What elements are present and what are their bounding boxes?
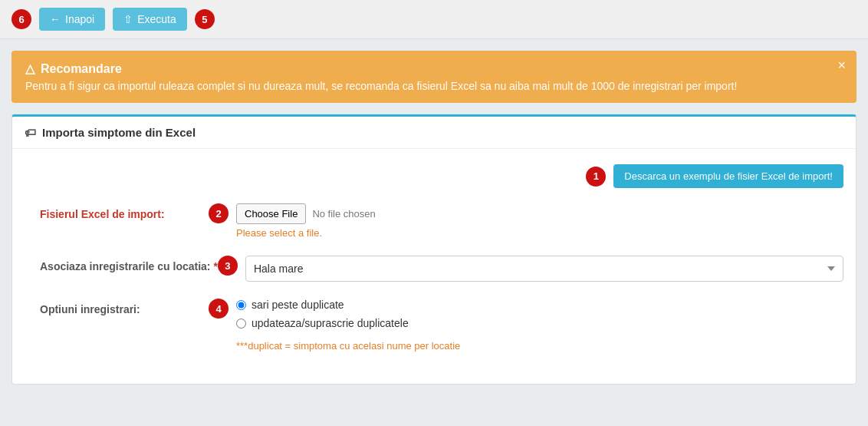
radio-update-input[interactable] [236, 319, 246, 329]
location-label: Asociaza inregistrarile cu locatia: * [40, 256, 218, 272]
tag-icon: 🏷 [25, 126, 36, 139]
choose-file-button[interactable]: Choose File [236, 203, 306, 224]
options-label: Optiuni inregistrari: [40, 299, 209, 315]
badge-download: 1 [586, 167, 606, 187]
radio-update-label: updateaza/suprascrie duplicatele [252, 317, 409, 329]
back-arrow-icon: ← [50, 13, 61, 25]
location-control-area: 3 Hala mare [218, 256, 843, 282]
location-row: Asociaza inregistrarile cu locatia: * 3 … [25, 256, 843, 282]
alert-close-button[interactable]: × [837, 58, 846, 72]
download-row: 1 Descarca un exemplu de fisier Excel de… [25, 164, 843, 188]
badge-back: 6 [12, 9, 31, 29]
panel-header: 🏷 Importa simptome din Excel [12, 117, 856, 149]
radio-skip-label: sari peste duplicate [252, 299, 344, 311]
options-row: Optiuni inregistrari: 4 sari peste dupli… [25, 299, 843, 352]
panel-body: 1 Descarca un exemplu de fisier Excel de… [12, 149, 856, 384]
duplicate-note: ***duplicat = simptoma cu acelasi nume p… [236, 340, 460, 352]
alert-warning: △ Recomandare Pentru a fi sigur ca impor… [12, 51, 856, 103]
radio-group: sari peste duplicate updateaza/suprascri… [236, 299, 460, 352]
please-select-text: Please select a file. [236, 227, 376, 239]
badge-location: 3 [218, 256, 238, 276]
badge-execute: 5 [195, 9, 215, 29]
execute-button[interactable]: ⇧ Executa [113, 8, 187, 31]
radio-update-duplicates[interactable]: updateaza/suprascrie duplicatele [236, 317, 460, 329]
page-content: △ Recomandare Pentru a fi sigur ca impor… [0, 39, 868, 396]
import-panel: 🏷 Importa simptome din Excel 1 Descarca … [12, 114, 856, 385]
upload-icon: ⇧ [123, 13, 133, 25]
options-control-area: 4 sari peste duplicate updateaza/suprasc… [209, 299, 843, 352]
location-select-wrapper: Hala mare [245, 256, 843, 282]
location-select[interactable]: Hala mare [245, 256, 843, 282]
file-input-row: Fisierul Excel de import: 2 Choose File … [25, 203, 843, 239]
file-input-row-inner: Choose File No file chosen [236, 203, 376, 224]
file-input-group: Choose File No file chosen Please select… [236, 203, 376, 239]
badge-file: 2 [209, 203, 229, 223]
alert-title: △ Recomandare [25, 61, 843, 76]
back-button[interactable]: ← Inapoi [39, 8, 105, 31]
warning-icon: △ [25, 61, 35, 76]
alert-message: Pentru a fi sigur ca importul ruleaza co… [25, 80, 843, 92]
badge-options: 4 [209, 299, 229, 319]
no-file-text: No file chosen [312, 208, 375, 220]
download-button[interactable]: Descarca un exemplu de fisier Excel de i… [613, 164, 843, 188]
download-row-inner: 1 Descarca un exemplu de fisier Excel de… [586, 164, 843, 188]
top-bar: 6 ← Inapoi ⇧ Executa 5 [0, 0, 868, 39]
radio-skip-input[interactable] [236, 300, 246, 310]
radio-skip-duplicates[interactable]: sari peste duplicate [236, 299, 460, 311]
file-label: Fisierul Excel de import: [40, 203, 209, 220]
file-control-area: 2 Choose File No file chosen Please sele… [209, 203, 843, 239]
